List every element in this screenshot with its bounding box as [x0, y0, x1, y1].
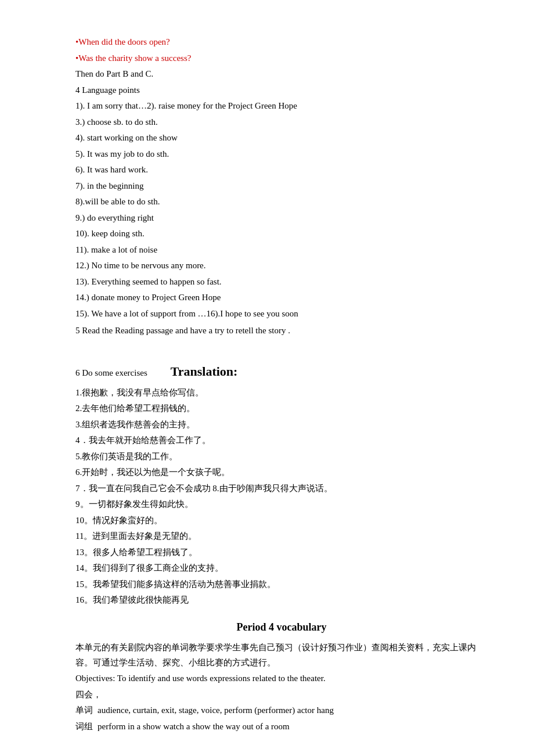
red-line-1: •When did the doors open? [75, 35, 488, 50]
trans-9: 10。情况好象蛮好的。 [75, 513, 488, 528]
trans-8: 9。一切都好象发生得如此快。 [75, 497, 488, 512]
intro-line: Then do Part B and C. [75, 67, 488, 82]
vocab-word-label: 单词 [75, 705, 93, 715]
trans-14: 16。我们希望彼此很快能再见 [75, 593, 488, 608]
lp-6: 7). in the beginning [75, 179, 488, 194]
lp-8: 9.) do everything right [75, 211, 488, 226]
lp-12: 13). Everything seemed to happen so fast… [75, 275, 488, 290]
trans-13: 15。我希望我们能多搞这样的活动为慈善事业捐款。 [75, 577, 488, 592]
lp-5: 6). It was hard work. [75, 163, 488, 178]
lp-7: 8).will be able to do sth. [75, 195, 488, 210]
trans-3: 3.组织者选我作慈善会的主持。 [75, 417, 488, 433]
lp-10: 11). make a lot of noise [75, 243, 488, 258]
vocab-words-line: 单词audience, curtain, exit, stage, voice,… [75, 703, 488, 718]
objectives-line: Objectives: To identify and use words ex… [75, 671, 488, 686]
trans-7: 7．我一直在问我自己它会不会成功 8.由于吵闹声我只得大声说话。 [75, 481, 488, 496]
lp-3: 4). start working on the show [75, 131, 488, 146]
trans-1: 1.很抱歉，我没有早点给你写信。 [75, 386, 488, 401]
trans-11: 13。很多人给希望工程捐钱了。 [75, 545, 488, 560]
lp-2: 3.) choose sb. to do sth. [75, 115, 488, 130]
language-points-list: 1). I am sorry that…2). raise money for … [75, 99, 488, 321]
trans-4: 4．我去年就开始给慈善会工作了。 [75, 433, 488, 448]
vocab-phrases-line: 词组perform in a show watch a show the way… [75, 719, 488, 735]
page-content: •When did the doors open? •Was the chari… [75, 35, 488, 734]
translations-list: 1.很抱歉，我没有早点给你写信。 2.去年他们给希望工程捐钱的。 3.组织者选我… [75, 386, 488, 608]
section6-label: 6 Do some exercises [75, 366, 147, 381]
trans-10: 11。进到里面去好象是无望的。 [75, 529, 488, 544]
red-line-2: •Was the charity show a success? [75, 51, 488, 66]
section5-heading: 5 Read the Reading passage and have a tr… [75, 323, 488, 339]
lp-14: 15). We have a lot of support from …16).… [75, 307, 488, 322]
section6-header: 6 Do some exercises Translation: [75, 361, 488, 382]
lp-13: 14.) donate money to Project Green Hope [75, 290, 488, 305]
period4-intro: 本单元的有关剧院内容的单词教学要求学生事先自己预习（设计好预习作业）查阅相关资料… [75, 640, 488, 670]
lp-11: 12.) No time to be nervous any more. [75, 258, 488, 273]
vocab-words: audience, curtain, exit, stage, voice, p… [98, 705, 334, 715]
trans-12: 14。我们得到了很多工商企业的支持。 [75, 561, 488, 576]
sihui-line: 四会， [75, 687, 488, 703]
trans-6: 6.开始时，我还以为他是一个女孩子呢。 [75, 465, 488, 480]
trans-5: 5.教你们英语是我的工作。 [75, 449, 488, 465]
translation-label: Translation: [171, 361, 238, 382]
lp-1: 1). I am sorry that…2). raise money for … [75, 99, 488, 114]
lp-9: 10). keep doing sth. [75, 226, 488, 242]
trans-2: 2.去年他们给希望工程捐钱的。 [75, 401, 488, 416]
vocab-phrase-label: 词组 [75, 722, 93, 731]
vocab-phrases: perform in a show watch a show the way o… [98, 722, 290, 731]
period4-heading: Period 4 vocabulary [75, 618, 488, 636]
section4-heading: 4 Language points [75, 83, 488, 98]
lp-4: 5). It was my job to do sth. [75, 147, 488, 162]
